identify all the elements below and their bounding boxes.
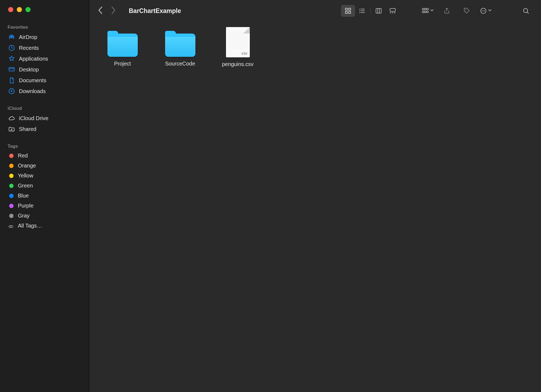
- fullscreen-window-button[interactable]: [25, 7, 31, 12]
- chevron-down-icon: [488, 8, 492, 13]
- sidebar-tag-gray[interactable]: Gray: [0, 211, 89, 221]
- sidebar-item-downloads[interactable]: Downloads: [0, 86, 89, 97]
- share-button[interactable]: [440, 5, 454, 17]
- main-area: BarChartExample: [89, 0, 541, 392]
- sidebar-item-shared[interactable]: Shared: [0, 124, 89, 134]
- sidebar-item-label: AirDrop: [19, 34, 37, 40]
- section-header-icloud: iCloud: [0, 104, 89, 113]
- item-label: penguins.csv: [222, 61, 254, 67]
- view-list-button[interactable]: [355, 5, 369, 17]
- sidebar-section-favorites: Favorites AirDrop Recents Applications D…: [0, 23, 89, 97]
- file-badge: CSV: [241, 52, 247, 55]
- view-icons-button[interactable]: [341, 5, 355, 17]
- airdrop-icon: [8, 34, 15, 41]
- folder-item[interactable]: SourceCode: [158, 27, 202, 67]
- all-tags-icon: [9, 224, 14, 228]
- sidebar-all-tags[interactable]: All Tags…: [0, 221, 89, 231]
- svg-rect-15: [390, 8, 395, 11]
- shared-folder-icon: [8, 126, 15, 133]
- sidebar-item-label: Desktop: [19, 67, 39, 73]
- svg-point-13: [359, 12, 360, 13]
- svg-rect-21: [427, 8, 428, 10]
- sidebar-item-label: All Tags…: [18, 223, 42, 229]
- tag-dot-icon: [9, 214, 14, 218]
- svg-rect-23: [425, 11, 426, 13]
- svg-rect-24: [427, 11, 428, 13]
- sidebar-item-label: Gray: [18, 213, 29, 219]
- csv-file-icon: CSV: [226, 27, 250, 57]
- svg-rect-16: [390, 12, 391, 13]
- svg-point-27: [482, 11, 483, 11]
- download-icon: [8, 88, 15, 95]
- sidebar-item-label: Green: [18, 183, 33, 189]
- sidebar-tag-green[interactable]: Green: [0, 181, 89, 191]
- folder-icon: [165, 34, 195, 57]
- forward-button[interactable]: [111, 6, 116, 15]
- sidebar-tag-red[interactable]: Red: [0, 151, 89, 161]
- svg-rect-8: [349, 8, 351, 10]
- sidebar-item-applications[interactable]: Applications: [0, 53, 89, 64]
- view-columns-button[interactable]: [372, 5, 386, 17]
- sidebar-tag-blue[interactable]: Blue: [0, 191, 89, 201]
- sidebar-item-label: Orange: [18, 163, 36, 169]
- sidebar-tag-orange[interactable]: Orange: [0, 161, 89, 171]
- group-by-button[interactable]: [421, 7, 434, 15]
- svg-point-28: [483, 11, 484, 11]
- svg-rect-14: [376, 8, 381, 13]
- sidebar-tag-yellow[interactable]: Yellow: [0, 171, 89, 181]
- sidebar-item-recents[interactable]: Recents: [0, 42, 89, 53]
- svg-rect-22: [422, 11, 424, 13]
- tag-button[interactable]: [460, 5, 474, 17]
- view-switcher: [341, 5, 400, 17]
- section-header-tags: Tags: [0, 142, 89, 151]
- svg-rect-18: [394, 12, 395, 13]
- sidebar-item-airdrop[interactable]: AirDrop: [0, 32, 89, 42]
- minimize-window-button[interactable]: [17, 7, 22, 12]
- sidebar-item-label: Applications: [19, 56, 48, 62]
- view-gallery-button[interactable]: [386, 5, 400, 17]
- tag-dot-icon: [9, 184, 14, 188]
- sidebar-item-icloud-drive[interactable]: iCloud Drive: [0, 113, 89, 124]
- tag-dot-icon: [9, 164, 14, 168]
- sidebar-item-label: Blue: [18, 193, 29, 199]
- tag-dot-icon: [9, 154, 14, 158]
- folder-icon: [107, 34, 138, 57]
- sidebar: Favorites AirDrop Recents Applications D…: [0, 0, 89, 392]
- sidebar-item-desktop[interactable]: Desktop: [0, 64, 89, 75]
- item-label: Project: [114, 61, 131, 67]
- folder-item[interactable]: Project: [100, 27, 145, 67]
- file-grid[interactable]: Project SourceCode CSV penguins.csv: [89, 22, 541, 392]
- svg-rect-17: [392, 12, 393, 13]
- sidebar-tag-purple[interactable]: Purple: [0, 201, 89, 211]
- svg-point-11: [359, 9, 360, 9]
- sidebar-section-icloud: iCloud iCloud Drive Shared: [0, 104, 89, 134]
- item-label: SourceCode: [165, 61, 195, 67]
- applications-icon: [8, 55, 15, 62]
- file-item[interactable]: CSV penguins.csv: [215, 27, 260, 67]
- toolbar-actions: [421, 5, 533, 17]
- svg-point-25: [465, 9, 466, 10]
- svg-point-12: [359, 10, 360, 11]
- sidebar-item-label: Shared: [19, 126, 37, 132]
- tag-dot-icon: [9, 204, 14, 208]
- svg-rect-7: [345, 8, 347, 10]
- chevron-down-icon: [430, 8, 434, 13]
- sidebar-item-label: Yellow: [18, 173, 33, 179]
- sidebar-item-documents[interactable]: Documents: [0, 75, 89, 86]
- back-button[interactable]: [97, 6, 103, 15]
- document-icon: [8, 77, 15, 84]
- search-button[interactable]: [519, 5, 533, 17]
- svg-point-0: [11, 36, 13, 38]
- action-menu-button[interactable]: [480, 7, 492, 14]
- window-title: BarChartExample: [129, 7, 181, 15]
- sidebar-item-label: iCloud Drive: [19, 115, 48, 121]
- desktop-icon: [8, 66, 15, 73]
- section-header-favorites: Favorites: [0, 23, 89, 32]
- tag-dot-icon: [9, 174, 14, 178]
- clock-icon: [8, 44, 15, 51]
- close-window-button[interactable]: [8, 7, 13, 12]
- toolbar: BarChartExample: [89, 0, 541, 22]
- cloud-icon: [8, 115, 15, 122]
- svg-rect-10: [349, 11, 351, 14]
- svg-rect-2: [9, 67, 14, 71]
